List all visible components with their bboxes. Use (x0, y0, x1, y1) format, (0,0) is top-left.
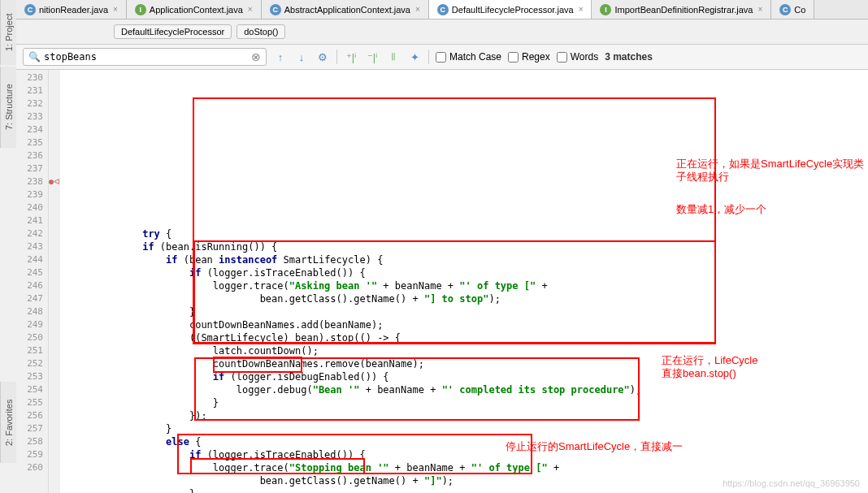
sidetab-structure[interactable]: 7: Structure (0, 67, 16, 148)
line-number-gutter: 2302312322332342352362372382392402412422… (16, 70, 49, 493)
editor-tabs: CnitionReader.java× IApplicationContext.… (16, 0, 868, 19)
breadcrumb-method[interactable]: doStop() (237, 24, 285, 39)
close-icon[interactable]: × (113, 5, 118, 14)
close-icon[interactable]: × (248, 5, 253, 14)
close-icon[interactable]: × (415, 5, 420, 14)
code-area[interactable]: 正在运行，如果是SmartLifeCycle实现类，子线程执行 数量减1，减少一… (60, 70, 868, 493)
close-icon[interactable]: × (579, 5, 584, 14)
annotation-text-4: 停止运行的SmartLifeCycle，直接减一 (506, 440, 683, 453)
add-selection-button[interactable]: ⁺|ⁱ (344, 50, 358, 64)
java-class-icon: C (437, 4, 449, 15)
breadcrumb: DefaultLifecycleProcessor doStop() (16, 19, 868, 44)
search-input-wrap: 🔍 ⊗ (23, 48, 267, 66)
match-count: 3 matches (605, 51, 653, 63)
search-bar: 🔍 ⊗ ↑ ↓ ⚙ ⁺|ⁱ ⁻|ⁱ ⫴ ✦ Match Case Regex W… (16, 44, 868, 70)
annotation-text-1: 正在运行，如果是SmartLifeCycle实现类，子线程执行 (676, 158, 868, 184)
tab-defaultlifecycleprocessor[interactable]: CDefaultLifecycleProcessor.java× (429, 0, 592, 19)
tab-abstractapplicationcontext[interactable]: CAbstractApplicationContext.java× (262, 0, 429, 19)
tab-overflow[interactable]: CCo (771, 0, 814, 19)
java-class-icon: C (24, 4, 36, 15)
clear-icon[interactable]: ⊗ (251, 50, 261, 63)
tab-nitionreader[interactable]: CnitionReader.java× (16, 0, 127, 19)
match-case-checkbox[interactable]: Match Case (436, 51, 501, 63)
tab-applicationcontext[interactable]: IApplicationContext.java× (127, 0, 262, 19)
marker-gutter: ●ᐊ (49, 70, 60, 493)
breadcrumb-class[interactable]: DefaultLifecycleProcessor (114, 24, 232, 39)
sidetab-project[interactable]: 1: Project (0, 0, 16, 65)
prev-match-button[interactable]: ↑ (273, 50, 288, 64)
close-icon[interactable]: × (757, 5, 762, 14)
filter-button[interactable]: ✦ (407, 50, 422, 64)
remove-selection-button[interactable]: ⁻|ⁱ (365, 50, 380, 64)
search-icon: 🔍 (28, 51, 41, 63)
search-input[interactable] (44, 51, 251, 63)
java-class-icon: C (779, 4, 791, 15)
java-class-icon: C (270, 4, 281, 15)
java-interface-icon: I (600, 4, 611, 15)
words-checkbox[interactable]: Words (557, 51, 598, 63)
code-editor[interactable]: 2302312322332342352362372382392402412422… (16, 70, 868, 493)
regex-checkbox[interactable]: Regex (508, 51, 550, 63)
watermark: https://blog.csdn.net/qq_36963950 (723, 478, 860, 488)
search-settings-button[interactable]: ⚙ (315, 50, 330, 64)
tab-importbeandefinitionregistrar[interactable]: IImportBeanDefinitionRegistrar.java× (592, 0, 771, 19)
annotation-text-2: 数量减1，减少一个 (676, 203, 766, 216)
annotation-text-3: 正在运行，LifeCycle直接bean.stop() (662, 354, 757, 380)
next-match-button[interactable]: ↓ (294, 50, 309, 64)
select-all-button[interactable]: ⫴ (386, 50, 401, 64)
java-interface-icon: I (135, 4, 146, 15)
sidetab-favorites[interactable]: 2: Favorites (0, 382, 16, 463)
